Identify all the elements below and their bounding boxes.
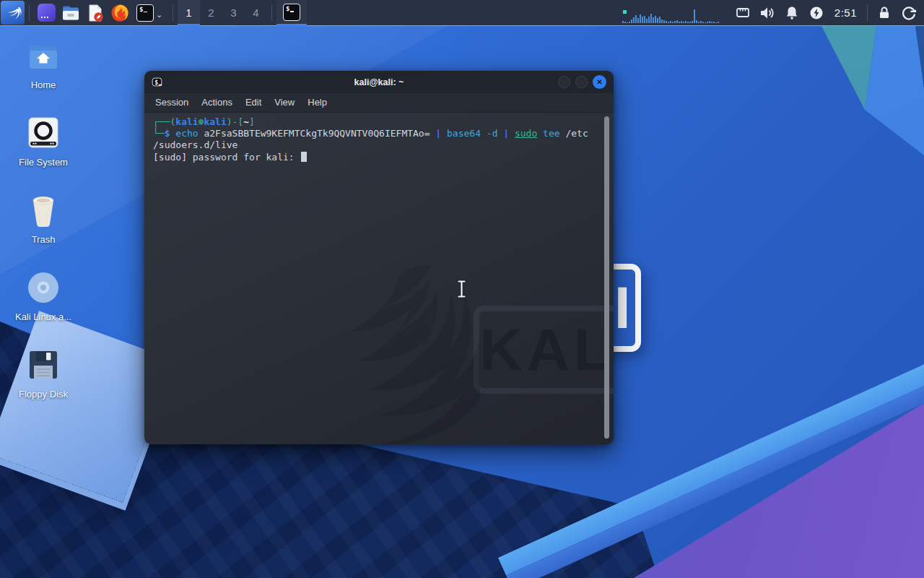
cpu-bar [687,22,689,23]
minimize-button[interactable] [558,76,570,88]
panel-separator [29,5,30,21]
taskbar-window-terminal[interactable] [276,0,307,26]
cpu-bar [646,19,648,23]
terminal-block-cursor [301,152,307,162]
applications-menu-button[interactable] [1,1,25,25]
menu-actions[interactable]: Actions [195,93,239,112]
cpu-bar [692,21,693,23]
menu-help[interactable]: Help [301,93,334,112]
folder-icon [61,4,80,22]
cpu-bar [627,22,628,23]
network-tray-icon[interactable] [731,0,755,26]
cpu-bar [661,20,663,23]
notifications-tray-icon[interactable] [780,0,804,26]
terminal-titlebar[interactable]: kali@kali: ~ [144,71,614,93]
desktop-icon-filesystem[interactable]: File System [9,112,78,184]
cpu-bar [657,18,658,23]
terminal-output: ┌──(kali⊛kali)-[~]└─$ echo a2FsaSBBTEw9K… [144,113,614,167]
workspace-button-2[interactable]: 2 [200,0,222,26]
cpu-bar [663,20,665,23]
menu-session[interactable]: Session [149,93,195,112]
launcher-text-editor[interactable] [84,2,106,24]
desktop-screen: KALI Home [0,0,924,578]
cpu-bar [633,17,635,23]
desktop-icon-label: Home [31,79,56,90]
terminal-line: /sudoers.d/live [153,139,605,151]
home-folder-icon [26,35,61,77]
workspace-button-4[interactable]: 4 [245,0,267,26]
cpu-bar [622,21,624,23]
desktop-icon-home[interactable]: Home [9,35,78,106]
maximize-button[interactable] [575,76,588,88]
cpu-bar [648,17,650,23]
trash-bin-icon [27,189,59,231]
terminal-window: kali@kali: ~ Session Actions Edit View H… [144,71,614,444]
cpu-bar [705,22,706,23]
cpu-bar [672,22,674,23]
launcher-firefox[interactable] [109,2,131,24]
close-button[interactable] [593,75,606,89]
volume-tray-icon[interactable] [755,0,780,26]
terminal-line: ┌──(kali⊛kali)-[~] [153,116,605,128]
cpu-bar [713,22,715,23]
cpu-bar [637,18,639,23]
kali-logo-icon [4,4,22,22]
lock-screen-button[interactable] [872,0,897,26]
cpu-bar [668,22,669,23]
cpu-bar [655,16,656,23]
cpu-bar [681,21,682,23]
cpu-bar [629,22,630,23]
cpu-bar [670,21,671,23]
panel-clock[interactable]: 2:51 [829,7,863,19]
terminal-line: └─$ echo a2FsaSBBTEw9KEFMTCkgTk9QQVNTV0Q… [153,128,605,139]
cpu-graph-dot [623,10,627,14]
cpu-bar [700,21,702,23]
desktop-icon-label: Kali Linux a... [15,311,71,322]
desktop-icon-floppy[interactable]: Floppy Disk [9,344,78,415]
cpu-bar [679,22,680,23]
cpu-bar [640,14,641,23]
cpu-bar [642,17,643,23]
cpu-bar [635,15,637,23]
mouse-cursor-ibeam [456,279,468,299]
cpu-bar [624,22,626,23]
terminal-body[interactable]: KALI ┌──(kali⊛kali)-[~]└─$ echo a2FsaSBB… [144,113,614,444]
launcher-terminal-dropdown[interactable]: ⌄ [134,2,167,24]
workspace-button-1[interactable]: 1 [178,0,200,26]
desktop-icon-label: Trash [32,234,56,245]
desktop-icon-kali-cd[interactable]: Kali Linux a... [9,267,78,338]
panel-separator [867,5,868,21]
cpu-bar [698,22,699,23]
panel-separator [271,5,272,21]
launcher-file-manager[interactable] [60,2,82,24]
launcher-app-window[interactable] [35,2,57,24]
text-editor-icon [86,4,105,22]
desktop-icon-column: Home File System [9,35,78,421]
terminal-scrollbar[interactable] [604,116,609,439]
cpu-bar [718,22,719,23]
power-manager-tray-icon[interactable] [804,0,829,26]
speaker-icon [759,5,776,21]
cpu-bar [666,21,667,23]
menu-view[interactable]: View [268,93,301,112]
cpu-graph-widget[interactable] [621,3,723,23]
cpu-bar [631,20,632,23]
qterminal-task-icon [283,4,300,21]
filesystem-drive-icon [27,112,60,154]
desktop-icon-label: File System [19,157,68,168]
cpu-bar [689,22,691,23]
cpu-bar [685,21,687,23]
terminal-launcher-icon [136,4,154,22]
top-panel: ⌄ 1234 [0,0,924,26]
menu-edit[interactable]: Edit [239,93,268,112]
workspace-switcher: 1234 [178,0,267,26]
workspace-button-3[interactable]: 3 [222,0,245,26]
firefox-icon [110,4,129,22]
desktop-icon-trash[interactable]: Trash [9,189,78,261]
logout-button[interactable] [897,0,921,26]
cpu-bar [711,22,712,23]
cpu-bar [683,22,684,23]
floppy-disk-icon [27,344,59,386]
panel-separator [173,5,173,21]
lock-icon [876,5,892,21]
